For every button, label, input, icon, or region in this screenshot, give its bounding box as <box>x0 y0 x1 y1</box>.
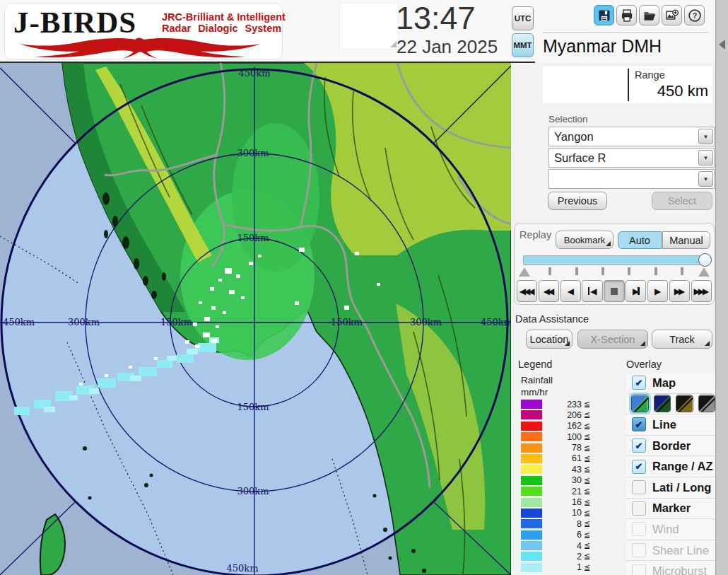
step-forward-button[interactable]: ▶ <box>626 280 646 302</box>
legend-swatch <box>521 400 542 409</box>
add-image-button[interactable] <box>662 5 682 25</box>
legend-swatch <box>521 443 542 453</box>
range-divider <box>628 69 629 101</box>
bookmark-dropdown-button[interactable]: Bookmark <box>556 231 613 249</box>
border-checkbox[interactable] <box>632 438 646 453</box>
range-readout: Range 450 km <box>543 66 712 103</box>
chevron-down-icon[interactable]: ▼ <box>698 150 713 165</box>
help-button[interactable]: ? <box>684 5 705 25</box>
overlay-item-map[interactable]: Map <box>626 373 715 393</box>
svg-text:300km: 300km <box>68 317 100 327</box>
range-az-checkbox[interactable] <box>632 460 646 474</box>
replay-time-slider[interactable] <box>523 255 707 265</box>
map-style-swatch-2[interactable] <box>654 395 671 412</box>
collapse-arrow-icon[interactable] <box>719 40 725 50</box>
clock-date: 22 Jan 2025 <box>397 36 531 58</box>
legend-row: 6≦ <box>521 530 590 540</box>
legend-row: 61≦ <box>521 454 590 463</box>
x-section-button[interactable]: X-Section <box>577 330 648 349</box>
microburst-checkbox <box>632 564 646 575</box>
overlay-item-range-az[interactable]: Range / AZ <box>626 455 715 477</box>
legend-swatch <box>521 454 542 463</box>
overlay-heading: Overlay <box>626 359 662 370</box>
map-checkbox[interactable] <box>632 376 646 390</box>
radar-map-svg: 450km 300km 150km 150km 300km 450km 450k… <box>0 63 511 575</box>
resize-grip-icon[interactable] <box>390 41 397 47</box>
legend-swatch <box>521 422 542 431</box>
stop-icon <box>611 288 618 295</box>
header-bar: J-BIRDS JRC-Brilliant & Intelligent Rada… <box>0 0 535 63</box>
panel-collapse-strip[interactable] <box>715 0 728 575</box>
utc-toggle-button[interactable]: UTC <box>512 6 534 30</box>
replay-slider-handle[interactable] <box>698 253 712 267</box>
replay-panel: Replay Bookmark Auto Manual ◀◀◀ ◀◀ ◀ ◀ ▶… <box>514 223 715 305</box>
slider-end-marker-icon[interactable] <box>698 267 710 277</box>
svg-text:450km: 450km <box>481 317 511 327</box>
overlay-item-microburst: Microburst <box>626 560 715 575</box>
legend-row: 16≦ <box>521 498 590 507</box>
playback-controls: ◀◀◀ ◀◀ ◀ ◀ ▶ ▶ ▶▶ ▶▶▶ <box>517 280 712 302</box>
product-dropdown[interactable]: Surface R ▼ <box>548 148 715 168</box>
previous-button[interactable]: Previous <box>548 192 607 210</box>
svg-text:?: ? <box>692 11 697 20</box>
auto-mode-button[interactable]: Auto <box>618 231 662 249</box>
save-button[interactable] <box>594 5 614 25</box>
map-style-swatch-3[interactable] <box>676 395 693 412</box>
stop-button[interactable] <box>604 280 624 302</box>
lati-long-checkbox[interactable] <box>632 480 646 494</box>
clock-time: 13:47 <box>396 0 509 37</box>
map-style-swatch-1[interactable] <box>631 395 649 412</box>
app-logo-title: J-BIRDS <box>13 5 136 40</box>
chevron-down-icon[interactable]: ▼ <box>698 129 713 144</box>
map-style-swatch-4[interactable] <box>698 395 716 412</box>
replay-slider-ticks <box>523 267 705 277</box>
range-value: 450 km <box>657 82 708 100</box>
legend-swatch <box>521 432 542 441</box>
site-dropdown[interactable]: Yangon ▼ <box>548 127 715 146</box>
panel-divider <box>543 32 708 33</box>
legend-swatch <box>521 509 542 518</box>
overlay-item-marker[interactable]: Marker <box>626 498 715 519</box>
data-assistance-label: Data Assistance <box>515 313 589 325</box>
open-folder-icon <box>642 8 657 23</box>
legend-swatch <box>521 465 542 474</box>
line-checkbox[interactable] <box>632 417 646 431</box>
rewind-fast-button[interactable]: ◀◀◀ <box>517 280 537 302</box>
overlay-item-line[interactable]: Line <box>626 414 715 435</box>
forward-button[interactable]: ▶▶ <box>669 280 690 302</box>
overlay-item-lati-long[interactable]: Lati / Long <box>626 477 715 498</box>
play-button[interactable]: ▶ <box>647 280 668 302</box>
legend-row: 43≦ <box>521 465 590 474</box>
step-back-button[interactable]: ◀ <box>582 280 602 302</box>
legend-row: 8≦ <box>521 519 590 528</box>
svg-text:300km: 300km <box>237 148 269 158</box>
open-folder-button[interactable] <box>639 5 659 25</box>
station-title: Myanmar DMH <box>543 36 662 57</box>
svg-text:150km: 150km <box>160 317 192 327</box>
select-button[interactable]: Select <box>652 192 712 210</box>
play-reverse-button[interactable]: ◀ <box>560 280 581 302</box>
print-button[interactable] <box>616 5 637 25</box>
status-display-box <box>339 3 399 50</box>
legend-row: 162≦ <box>521 422 590 431</box>
overlay-item-border[interactable]: Border <box>626 435 715 456</box>
legend-swatch <box>521 410 542 419</box>
option-dropdown[interactable]: ▼ <box>548 169 715 189</box>
chevron-down-icon[interactable]: ▼ <box>698 171 713 187</box>
forward-fast-button[interactable]: ▶▶▶ <box>691 280 712 302</box>
manual-mode-button[interactable]: Manual <box>662 231 710 249</box>
svg-text:300km: 300km <box>410 317 442 327</box>
shear-line-checkbox <box>632 543 646 557</box>
location-button[interactable]: Location <box>526 330 573 349</box>
track-button[interactable]: Track <box>652 330 712 349</box>
radar-map-view[interactable]: 450km 300km 150km 150km 300km 450km 450k… <box>0 63 511 575</box>
legend-row: 233≦ <box>521 400 590 409</box>
help-icon: ? <box>688 8 702 23</box>
svg-text:450km: 450km <box>226 563 258 574</box>
rewind-button[interactable]: ◀◀ <box>539 280 559 302</box>
marker-checkbox[interactable] <box>632 501 646 516</box>
slider-start-marker-icon[interactable] <box>519 267 530 277</box>
map-style-row <box>626 393 715 414</box>
legend-row: 206≦ <box>521 410 590 419</box>
mmt-toggle-button[interactable]: MMT <box>512 33 534 57</box>
